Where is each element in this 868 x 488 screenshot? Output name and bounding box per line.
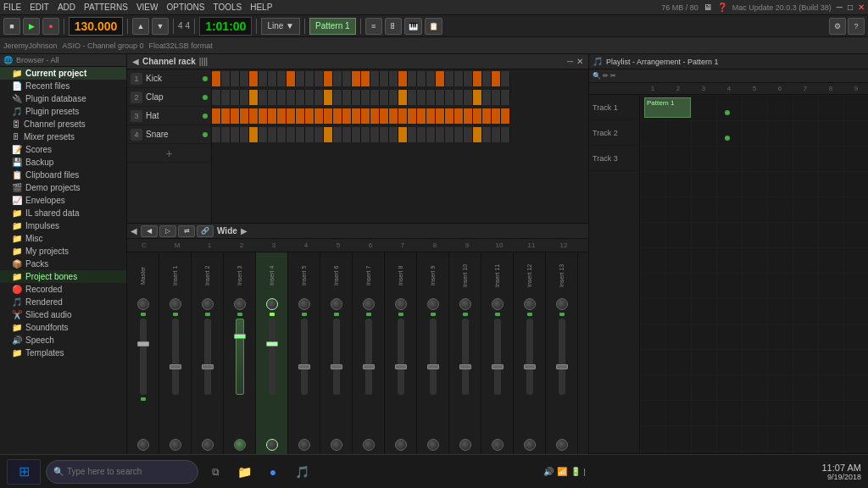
pcell[interactable] [361, 90, 370, 105]
mt-fader-knob-7[interactable] [363, 364, 375, 369]
mt-fader-7[interactable] [365, 319, 372, 395]
mt-knob-8[interactable] [395, 298, 407, 310]
pcell[interactable] [445, 90, 454, 105]
mt-fader-knob-8[interactable] [395, 364, 407, 369]
sidebar-item-project-bones[interactable]: 📁 Project bones [0, 270, 126, 283]
pcell[interactable] [305, 90, 314, 105]
mt-vol-5[interactable] [298, 439, 310, 451]
mixer-track-master[interactable]: Master [127, 252, 159, 454]
mt-vol-13[interactable] [556, 439, 568, 451]
sidebar-item-misc[interactable]: 📁 Misc [0, 232, 126, 245]
mt-fader-knob-11[interactable] [492, 364, 504, 369]
mt-knob-2[interactable] [202, 298, 214, 310]
pcell[interactable] [259, 71, 268, 86]
pcell[interactable] [277, 127, 287, 142]
mixer-track-12[interactable]: Insert 12 [514, 252, 546, 454]
pcell[interactable] [277, 108, 287, 124]
pcell[interactable] [454, 127, 464, 142]
line-mode-dropdown[interactable]: Line ▼ [261, 18, 300, 35]
pcell[interactable] [464, 108, 473, 124]
menu-view[interactable]: VIEW [136, 3, 159, 12]
pcell[interactable] [473, 90, 482, 105]
pcell[interactable] [268, 127, 277, 142]
help-btn[interactable]: ? [848, 18, 865, 35]
sidebar-item-demo[interactable]: 🎬 Demo projects [0, 181, 126, 194]
window-min[interactable]: ─ [837, 3, 843, 12]
pcell[interactable] [370, 108, 380, 124]
mt-vol-11[interactable] [492, 439, 504, 451]
pcell[interactable] [389, 108, 398, 124]
tray-icon-3[interactable]: 🔋 [570, 467, 581, 476]
pcell[interactable] [221, 127, 231, 142]
mixer-track-1[interactable]: Insert 1 [159, 252, 192, 454]
pcell[interactable] [324, 90, 333, 105]
mt-fader-6[interactable] [333, 319, 340, 395]
sidebar-item-soundfonts[interactable]: 📁 Soundfonts [0, 321, 126, 334]
sidebar-item-backup[interactable]: 💾 Backup [0, 156, 126, 169]
pcell[interactable] [482, 108, 492, 124]
sidebar-item-recorded[interactable]: 🔴 Recorded [0, 283, 126, 296]
cr-close[interactable]: ✕ [576, 57, 583, 66]
pcell[interactable] [231, 90, 240, 105]
pcell[interactable] [305, 108, 314, 124]
pcell[interactable] [333, 127, 342, 142]
search-input[interactable] [67, 467, 191, 476]
pcell[interactable] [249, 71, 259, 86]
channel-rack-btn[interactable]: ≡ [365, 18, 382, 35]
menu-tools[interactable]: TOOLS [213, 3, 242, 12]
pcell[interactable] [380, 108, 389, 124]
pl-track-1[interactable]: Track 1 [589, 95, 639, 120]
mt-vol-9[interactable] [427, 439, 439, 451]
mt-vol-1[interactable] [170, 439, 181, 451]
mt-knob-5[interactable] [298, 298, 310, 310]
mt-fader-8[interactable] [398, 319, 404, 395]
pcell[interactable] [259, 127, 268, 142]
pcell[interactable] [240, 90, 249, 105]
mt-fader-11[interactable] [494, 319, 501, 395]
pcell[interactable] [445, 71, 454, 86]
sidebar-item-plugin-db[interactable]: 🔌 Plugin database [0, 92, 126, 105]
menu-file[interactable]: FILE [3, 3, 21, 12]
mt-vol-12[interactable] [524, 439, 536, 451]
pcell[interactable] [361, 108, 370, 124]
menu-patterns[interactable]: PATTERNS [84, 3, 128, 12]
sidebar-item-il-shared[interactable]: 📁 IL shared data [0, 207, 126, 219]
pcell[interactable] [380, 127, 389, 142]
pcell[interactable] [426, 90, 436, 105]
pcell[interactable] [342, 71, 352, 86]
pcell[interactable] [436, 127, 445, 142]
cr-minimize[interactable]: ─ [567, 57, 573, 66]
mt-knob-9[interactable] [427, 298, 439, 310]
pcell[interactable] [501, 90, 510, 105]
pcell[interactable] [352, 71, 361, 86]
pcell[interactable] [249, 90, 259, 105]
pcell[interactable] [436, 90, 445, 105]
mixer-icon-3[interactable]: ⇄ [178, 225, 195, 237]
mixer-icon-1[interactable]: ◀ [141, 225, 158, 237]
pcell[interactable] [352, 127, 361, 142]
pcell[interactable] [417, 127, 426, 142]
pcell[interactable] [249, 108, 259, 124]
mt-fader-5[interactable] [301, 319, 308, 395]
pcell[interactable] [305, 127, 314, 142]
pcell[interactable] [361, 127, 370, 142]
pattern-grid[interactable] [212, 69, 588, 223]
tray-icon-1[interactable]: 🔊 [543, 467, 554, 476]
mixer-track-5[interactable]: Insert 5 [288, 252, 320, 454]
mt-fader-knob-4[interactable] [266, 341, 278, 347]
mt-fader-knob-3[interactable] [234, 334, 246, 339]
pcell[interactable] [287, 71, 296, 86]
pcell[interactable] [436, 71, 445, 86]
mt-fader-3[interactable] [236, 319, 243, 395]
pattern-selector[interactable]: Pattern 1 [309, 18, 356, 35]
pcell[interactable] [342, 127, 352, 142]
pcell[interactable] [231, 71, 240, 86]
pcell[interactable] [492, 127, 501, 142]
pcell[interactable] [482, 71, 492, 86]
sidebar-item-speech[interactable]: 🔊 Speech [0, 334, 126, 347]
pcell[interactable] [296, 90, 305, 105]
pcell[interactable] [473, 108, 482, 124]
window-max[interactable]: □ [848, 3, 853, 12]
pcell[interactable] [445, 108, 454, 124]
pcell[interactable] [398, 90, 408, 105]
